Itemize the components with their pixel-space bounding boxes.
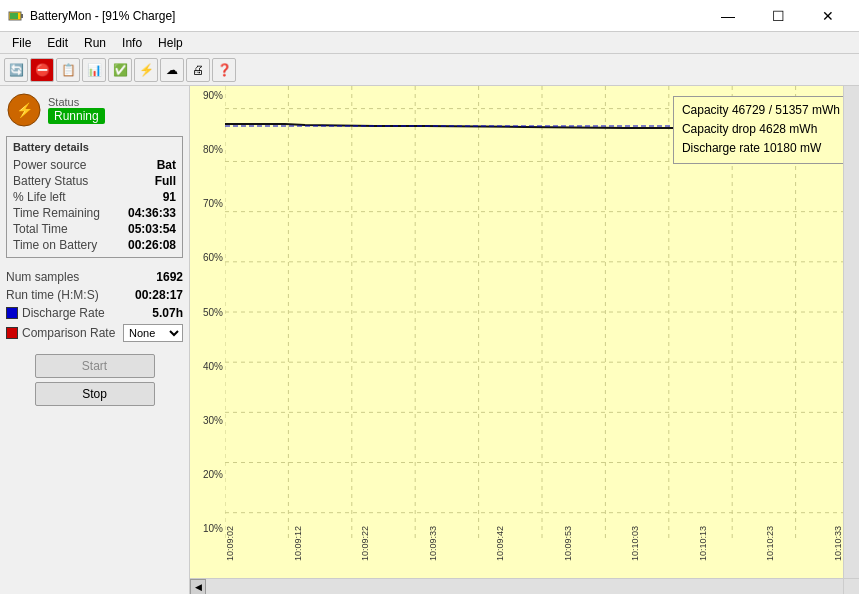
x-label-6: 10:10:03: [630, 526, 640, 561]
tooltip-line2: Capacity drop 4628 mWh: [682, 120, 840, 139]
toolbar-btn-6[interactable]: ☁: [160, 58, 184, 82]
main-content: ⚡ Status Running Battery details Power s…: [0, 86, 859, 594]
vertical-scrollbar[interactable]: [843, 86, 859, 578]
y-label-60: 60%: [190, 252, 225, 263]
battery-details-group: Battery details Power source Bat Battery…: [6, 136, 183, 258]
status-row: ⚡ Status Running: [6, 92, 183, 128]
x-label-1: 10:09:12: [293, 526, 303, 561]
chart-area: 90% 80% 70% 60% 50% 40% 30% 20% 10%: [190, 86, 859, 594]
toolbar-btn-1[interactable]: ⛔: [30, 58, 54, 82]
power-source-label: Power source: [13, 158, 86, 172]
maximize-button[interactable]: ☐: [755, 4, 801, 28]
y-label-20: 20%: [190, 469, 225, 480]
toolbar-btn-2[interactable]: 📋: [56, 58, 80, 82]
status-label: Status: [48, 96, 105, 108]
y-label-10: 10%: [190, 523, 225, 534]
total-time-value: 05:03:54: [128, 222, 176, 236]
x-axis-container: 10:09:02 10:09:12 10:09:22 10:09:33 10:0…: [225, 522, 843, 578]
menu-file[interactable]: File: [4, 34, 39, 52]
battery-status-row: Battery Status Full: [13, 173, 176, 189]
y-label-40: 40%: [190, 361, 225, 372]
minimize-button[interactable]: —: [705, 4, 751, 28]
menu-bar: File Edit Run Info Help: [0, 32, 859, 54]
time-remaining-value: 04:36:33: [128, 206, 176, 220]
battery-status-label: Battery Status: [13, 174, 88, 188]
y-axis-labels: 90% 80% 70% 60% 50% 40% 30% 20% 10%: [190, 86, 225, 538]
menu-info[interactable]: Info: [114, 34, 150, 52]
discharge-rate-label: Discharge Rate: [22, 306, 148, 320]
run-time-row: Run time (H:M:S) 00:28:17: [6, 286, 183, 304]
battery-status-icon: ⚡: [6, 92, 42, 128]
y-label-80: 80%: [190, 144, 225, 155]
comparison-rate-label: Comparison Rate: [22, 326, 119, 340]
run-time-label: Run time (H:M:S): [6, 288, 99, 302]
num-samples-label: Num samples: [6, 270, 79, 284]
toolbar-btn-3[interactable]: 📊: [82, 58, 106, 82]
total-time-label: Total Time: [13, 222, 68, 236]
comparison-rate-select[interactable]: None 1h 2h 5h: [123, 324, 183, 342]
tooltip-line1: Capacity 46729 / 51357 mWh: [682, 101, 840, 120]
stats-section: Num samples 1692 Run time (H:M:S) 00:28:…: [6, 266, 183, 346]
svg-text:⚡: ⚡: [16, 102, 34, 119]
power-source-value: Bat: [157, 158, 176, 172]
life-left-row: % Life left 91: [13, 189, 176, 205]
svg-rect-1: [21, 14, 23, 18]
x-label-0: 10:09:02: [225, 526, 235, 561]
total-time-row: Total Time 05:03:54: [13, 221, 176, 237]
time-on-battery-row: Time on Battery 00:26:08: [13, 237, 176, 253]
app-icon: [8, 8, 24, 24]
chart-tooltip: Capacity 46729 / 51357 mWh Capacity drop…: [673, 96, 849, 164]
battery-details-title: Battery details: [13, 141, 176, 153]
discharge-color-indicator: [6, 307, 18, 319]
status-info: Status Running: [48, 96, 105, 124]
menu-run[interactable]: Run: [76, 34, 114, 52]
toolbar-btn-7[interactable]: 🖨: [186, 58, 210, 82]
menu-edit[interactable]: Edit: [39, 34, 76, 52]
scrollbar-corner: [843, 578, 859, 594]
toolbar: 🔄 ⛔ 📋 📊 ✅ ⚡ ☁ 🖨 ❓: [0, 54, 859, 86]
discharge-rate-row: Discharge Rate 5.07h: [6, 304, 183, 322]
time-remaining-row: Time Remaining 04:36:33: [13, 205, 176, 221]
x-label-4: 10:09:42: [495, 526, 505, 561]
run-time-value: 00:28:17: [135, 288, 183, 302]
life-left-label: % Life left: [13, 190, 66, 204]
tooltip-line3: Discharge rate 10180 mW: [682, 139, 840, 158]
power-source-row: Power source Bat: [13, 157, 176, 173]
y-label-90: 90%: [190, 90, 225, 101]
y-label-50: 50%: [190, 307, 225, 318]
status-value: Running: [48, 108, 105, 124]
y-label-30: 30%: [190, 415, 225, 426]
time-on-battery-label: Time on Battery: [13, 238, 97, 252]
x-label-2: 10:09:22: [360, 526, 370, 561]
battery-status-value: Full: [155, 174, 176, 188]
title-bar: BatteryMon - [91% Charge] — ☐ ✕: [0, 0, 859, 32]
time-on-battery-value: 00:26:08: [128, 238, 176, 252]
discharge-rate-value: 5.07h: [152, 306, 183, 320]
y-label-70: 70%: [190, 198, 225, 209]
window-title: BatteryMon - [91% Charge]: [30, 9, 705, 23]
time-remaining-label: Time Remaining: [13, 206, 100, 220]
menu-help[interactable]: Help: [150, 34, 191, 52]
close-button[interactable]: ✕: [805, 4, 851, 28]
comparison-color-indicator: [6, 327, 18, 339]
comparison-rate-row: Comparison Rate None 1h 2h 5h: [6, 322, 183, 344]
svg-rect-2: [10, 13, 18, 19]
x-label-9: 10:10:33: [833, 526, 843, 561]
toolbar-btn-5[interactable]: ⚡: [134, 58, 158, 82]
toolbar-btn-0[interactable]: 🔄: [4, 58, 28, 82]
x-label-7: 10:10:13: [698, 526, 708, 561]
window-controls: — ☐ ✕: [705, 4, 851, 28]
x-label-3: 10:09:33: [428, 526, 438, 561]
scroll-left-button[interactable]: ◀: [190, 579, 206, 595]
action-buttons: Start Stop: [6, 354, 183, 406]
toolbar-btn-4[interactable]: ✅: [108, 58, 132, 82]
num-samples-row: Num samples 1692: [6, 268, 183, 286]
life-left-value: 91: [163, 190, 176, 204]
x-label-5: 10:09:53: [563, 526, 573, 561]
stop-button[interactable]: Stop: [35, 382, 155, 406]
toolbar-btn-8[interactable]: ❓: [212, 58, 236, 82]
start-button[interactable]: Start: [35, 354, 155, 378]
num-samples-value: 1692: [156, 270, 183, 284]
left-panel: ⚡ Status Running Battery details Power s…: [0, 86, 190, 594]
horizontal-scrollbar[interactable]: ◀: [190, 578, 843, 594]
